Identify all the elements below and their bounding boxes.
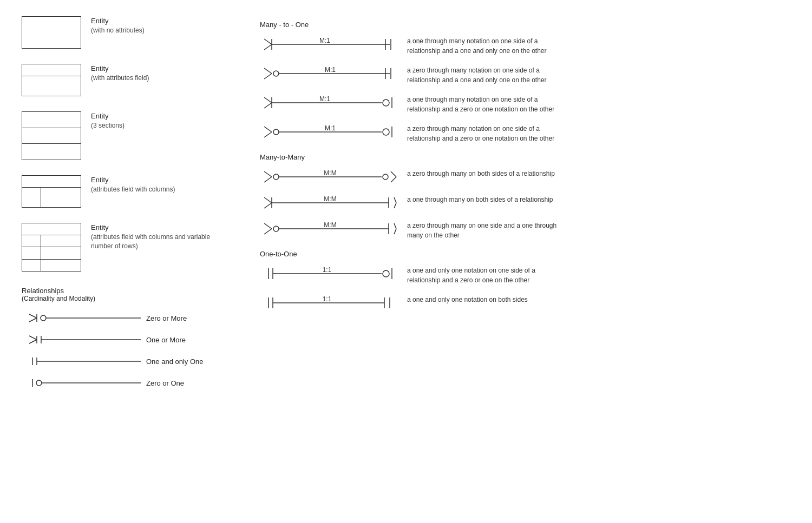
- svg-text:M:M: M:M: [324, 169, 336, 177]
- rel-row-zero-or-one: Zero or One: [22, 377, 227, 389]
- svg-point-35: [383, 100, 389, 106]
- page: Entity (with no attributes) Entity (with…: [22, 16, 790, 399]
- svg-line-53: [264, 203, 272, 208]
- svg-text:M:1: M:1: [319, 37, 330, 44]
- svg-line-0: [29, 314, 37, 318]
- svg-text:M:1: M:1: [319, 95, 330, 103]
- m1-desc-4: a zero through many notation on one side…: [407, 124, 559, 143]
- relationships-section-title: Relationships (Cardinality and Modality): [22, 287, 227, 302]
- entity-3sec-1: [22, 112, 81, 128]
- svg-line-66: [394, 223, 396, 229]
- one-and-only-one-label: One and only One: [146, 358, 204, 366]
- svg-line-16: [264, 39, 272, 44]
- svg-line-51: [391, 177, 396, 182]
- entity-3sec-2: [22, 128, 81, 144]
- entity-box-simple: [22, 16, 81, 49]
- rel-row-one-and-only-one: One and only One: [22, 355, 227, 367]
- left-column: Entity (with no attributes) Entity (with…: [22, 16, 227, 399]
- svg-line-50: [391, 171, 396, 177]
- svg-line-24: [264, 74, 272, 79]
- svg-point-62: [273, 226, 279, 231]
- entity-label-cols: Entity (attributes field with columns): [91, 175, 175, 194]
- svg-point-72: [383, 270, 389, 277]
- entity-name-cols: Entity: [91, 175, 175, 185]
- m1-desc-1: a one through many notation on one side …: [407, 36, 559, 56]
- oo-line-2: 1:1: [260, 295, 401, 311]
- svg-text:1:1: 1:1: [323, 295, 332, 303]
- one-to-one-title: One-to-One: [260, 250, 790, 258]
- oo-desc-2: a one and only one notation on both side…: [407, 295, 528, 304]
- entity-sub-3sec: (3 sections): [91, 121, 125, 130]
- mm-line-3: M:M: [260, 221, 401, 237]
- m1-line-1: M:1: [260, 36, 401, 52]
- m1-row-4: M:1 a zero through many notation on one …: [260, 124, 790, 143]
- entity-row-attrs: Entity (with attributes field): [22, 64, 227, 96]
- mm-desc-3: a zero through many on one side and a on…: [407, 221, 559, 240]
- entity-name-attrs: Entity: [91, 64, 149, 74]
- entity-label-colsrows: Entity (attributes field with columns an…: [91, 223, 227, 251]
- m1-desc-3: a one through many notation on one side …: [407, 95, 559, 114]
- entity-cols-bottom: [22, 188, 81, 207]
- entity-colsrows-coldiv1: [22, 235, 41, 247]
- svg-line-67: [394, 229, 396, 234]
- relationships-sub: (Cardinality and Modality): [22, 295, 227, 302]
- entity-row-3sec: Entity (3 sections): [22, 111, 227, 160]
- one-and-only-one-line: [22, 355, 141, 367]
- entity-row-colsrows: Entity (attributes field with columns an…: [22, 223, 227, 272]
- svg-point-14: [36, 380, 42, 386]
- entity-row-simple: Entity (with no attributes): [22, 16, 227, 49]
- svg-line-52: [264, 197, 272, 203]
- entity-colsrows-coldiv2: [22, 247, 41, 259]
- svg-point-3: [41, 315, 46, 321]
- svg-line-1: [29, 318, 37, 322]
- entity-label-simple: Entity (with no attributes): [91, 16, 145, 35]
- entity-cols-toprow: [22, 176, 81, 188]
- rel-row-zero-or-more: Zero or More: [22, 312, 227, 324]
- svg-line-45: [264, 177, 272, 182]
- oo-row-1: 1:1 a one and only one notation on one s…: [260, 266, 790, 285]
- entity-colsrows-row3: [22, 260, 81, 271]
- entity-sub-cols: (attributes field with columns): [91, 185, 175, 194]
- oo-desc-1: a one and only one notation on one side …: [407, 266, 559, 285]
- entity-sub-attrs: (with attributes field): [91, 74, 149, 83]
- svg-text:M:1: M:1: [325, 66, 336, 74]
- mm-line-1: M:M: [260, 169, 401, 185]
- entity-name-simple: Entity: [91, 16, 145, 26]
- entity-sub-simple: (with no attributes): [91, 26, 145, 35]
- entity-sub-colsrows: (attributes field with columns and varia…: [91, 233, 227, 251]
- svg-line-59: [394, 203, 396, 208]
- oo-line-1: 1:1: [260, 266, 401, 282]
- svg-point-39: [273, 129, 279, 135]
- one-or-more-line: [22, 334, 141, 346]
- entity-3sec-3: [22, 144, 81, 160]
- entity-attrs-header: [22, 64, 81, 76]
- oo-row-2: 1:1 a one and only one notation on both …: [260, 295, 790, 311]
- m1-line-3: M:1: [260, 95, 401, 111]
- many-to-many-title: Many-to-Many: [260, 153, 790, 161]
- entity-colsrows-row1: [22, 235, 81, 247]
- zero-or-more-label: Zero or More: [146, 314, 200, 322]
- entity-label-3sec: Entity (3 sections): [91, 111, 125, 130]
- svg-point-49: [383, 174, 388, 180]
- svg-line-58: [394, 197, 396, 203]
- mm-row-3: M:M a zero through many on one side and …: [260, 221, 790, 240]
- mm-row-2: M:M a one through many on both sides of …: [260, 195, 790, 211]
- entity-name-colsrows: Entity: [91, 223, 227, 233]
- m1-row-2: M:1 a zero through many notation on one …: [260, 65, 790, 85]
- one-or-more-label: One or More: [146, 336, 200, 344]
- svg-line-30: [264, 97, 272, 103]
- m1-line-4: M:1: [260, 124, 401, 140]
- m1-desc-2: a zero through many notation on one side…: [407, 65, 559, 85]
- mm-desc-1: a zero through many on both sides of a r…: [407, 169, 555, 178]
- relationships-title: Relationships: [22, 287, 227, 295]
- svg-point-25: [273, 71, 279, 76]
- svg-point-46: [273, 174, 279, 180]
- svg-line-5: [29, 336, 37, 340]
- mm-desc-2: a one through many on both sides of a re…: [407, 195, 553, 204]
- many-to-one-title: Many - to - One: [260, 21, 790, 29]
- right-column: Many - to - One M:1 a one through many n…: [260, 16, 790, 399]
- svg-line-44: [264, 171, 272, 177]
- svg-line-23: [264, 68, 272, 74]
- svg-text:M:M: M:M: [324, 195, 336, 203]
- m1-row-1: M:1 a one through many notation on one s…: [260, 36, 790, 56]
